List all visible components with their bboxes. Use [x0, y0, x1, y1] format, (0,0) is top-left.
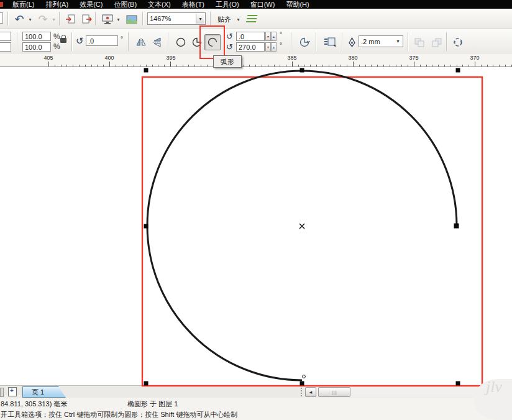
- percent-label: %: [53, 42, 60, 51]
- clipped-nav-button[interactable]: [0, 388, 4, 397]
- tool-hint-text: 开工具箱选项；按住 Ctrl 键拖动可限制为圆形；按住 Shift 键拖动可从中…: [1, 410, 237, 419]
- arc-end-angle-value: 270.0: [239, 43, 256, 51]
- arc-start-spin-up[interactable]: ▴: [271, 32, 277, 41]
- menu-item-7[interactable]: 工具(O): [211, 0, 244, 9]
- snap-to-label: 贴齐: [217, 15, 231, 24]
- clipped-toolbar-button[interactable]: [0, 12, 3, 24]
- undo-dropdown[interactable]: ▾: [26, 11, 34, 27]
- zoom-level-combobox[interactable]: 1467% ▾: [147, 12, 206, 25]
- arc-end-spin-up[interactable]: ▴: [271, 42, 277, 52]
- mirror-horizontal-button[interactable]: [133, 34, 149, 50]
- separator: [408, 32, 408, 51]
- arc-end-spin-down[interactable]: ▾: [265, 42, 271, 52]
- clipped-position-field[interactable]: [0, 32, 11, 41]
- import-button[interactable]: [63, 11, 79, 27]
- chevron-down-icon: ▾: [52, 17, 55, 22]
- thumb-grip-icon: |||: [331, 390, 337, 395]
- arc-end-icon: ↺: [226, 43, 233, 51]
- drawing-canvas[interactable]: [0, 67, 512, 385]
- standard-toolbar: ↶ ▾ ↷ ▾: [0, 9, 512, 29]
- ruler-number: 385: [287, 55, 296, 61]
- snap-to-button[interactable]: 贴齐: [214, 12, 235, 26]
- menu-item-6[interactable]: 表格(T): [177, 0, 209, 9]
- coreldraw-window: 版面(L)排列(A)效果(C)位图(B)文本(X)表格(T)工具(O)窗口(W)…: [0, 0, 512, 420]
- outline-width-button[interactable]: [345, 34, 358, 50]
- horizontal-ruler[interactable]: 405400395390385380375370: [0, 54, 512, 67]
- options-button[interactable]: [244, 12, 259, 27]
- degree-label: °: [280, 31, 282, 38]
- add-page-button[interactable]: [8, 387, 17, 396]
- separator: [71, 32, 72, 51]
- scale-v-value: 100.0: [25, 43, 42, 51]
- scrollbar-divider: [301, 388, 302, 396]
- welcome-screen-button[interactable]: [124, 11, 140, 27]
- horizontal-scrollbar-track[interactable]: |||: [317, 387, 480, 397]
- outline-width-combobox[interactable]: .2 mm ▾: [359, 35, 403, 47]
- scale-v-field[interactable]: 100.0: [22, 42, 51, 52]
- ruler-number: 380: [348, 55, 357, 61]
- scale-h-field[interactable]: 100.0: [22, 32, 51, 41]
- mirror-vertical-button[interactable]: [149, 34, 165, 50]
- separator: [342, 32, 342, 51]
- separator: [291, 32, 291, 51]
- lock-ratio-icon[interactable]: [60, 38, 66, 43]
- scroll-left-icon: ◂: [309, 389, 313, 395]
- rotation-angle-value: .0: [88, 37, 94, 45]
- redo-button[interactable]: ↷: [35, 11, 51, 27]
- wrap-text-button[interactable]: [321, 34, 339, 50]
- rotation-angle-field[interactable]: .0: [86, 35, 118, 46]
- overlap-squares-icon: [414, 38, 425, 47]
- snap-to-dropdown[interactable]: ▾: [234, 12, 242, 26]
- monitor-icon: [101, 14, 114, 25]
- separator: [168, 32, 168, 51]
- outline-width-value: .2 mm: [361, 38, 380, 45]
- arc-end-angle-field[interactable]: 270.0: [236, 42, 265, 52]
- separator: [95, 12, 96, 25]
- wrap-style-button-2[interactable]: [429, 34, 445, 50]
- ellipse-icon: [175, 37, 186, 48]
- menu-item-3[interactable]: 效果(C): [75, 0, 107, 9]
- ruler-number: 405: [43, 55, 53, 61]
- menu-item-1[interactable]: 版面(L): [7, 0, 39, 9]
- redo-icon: ↷: [38, 14, 47, 25]
- menu-item-2[interactable]: 排列(A): [40, 0, 73, 9]
- arc-start-spin-down[interactable]: ▾: [265, 32, 271, 41]
- application-launcher-button[interactable]: [99, 11, 116, 27]
- import-icon: [65, 14, 76, 25]
- menu-bar: 版面(L)排列(A)效果(C)位图(B)文本(X)表格(T)工具(O)窗口(W)…: [0, 0, 512, 9]
- menu-item-5[interactable]: 文本(X): [143, 0, 176, 9]
- chevron-down-icon[interactable]: ▾: [394, 37, 402, 46]
- export-button[interactable]: [78, 11, 94, 27]
- tooltip-label: 弧形: [221, 57, 234, 66]
- export-icon: [81, 14, 92, 25]
- menu-item-9[interactable]: 帮助(H): [281, 0, 314, 9]
- menu-item-8[interactable]: 窗口(W): [245, 0, 280, 9]
- property-bar: 100.0 100.0 % % ↺ .0 °: [0, 29, 512, 55]
- circular-arrows-icon: [452, 37, 464, 48]
- cursor-coordinates: 84.811, 305.313) 毫米: [1, 399, 67, 409]
- horizontal-scrollbar-thumb[interactable]: |||: [318, 387, 350, 397]
- picture-icon: [126, 15, 137, 24]
- mirror-vertical-icon: [153, 37, 162, 47]
- change-direction-button[interactable]: [296, 34, 313, 50]
- wrap-panel-icon: [324, 37, 336, 48]
- menu-item-4[interactable]: 位图(B): [109, 0, 142, 9]
- degree-label: °: [121, 35, 123, 42]
- selected-object-info: 椭圆形 于 图层 1: [127, 399, 178, 409]
- scale-h-value: 100.0: [25, 33, 42, 40]
- undo-button[interactable]: ↶: [11, 11, 27, 27]
- scroll-left-button[interactable]: ◂: [305, 387, 316, 397]
- wrap-style-button-1[interactable]: [411, 34, 427, 50]
- ellipse-button[interactable]: [173, 34, 189, 50]
- clipped-position-field[interactable]: [0, 42, 11, 52]
- redo-dropdown[interactable]: ▾: [50, 11, 58, 27]
- arc-start-icon: ↺: [226, 32, 233, 40]
- convert-to-curves-button[interactable]: [450, 34, 466, 50]
- arc-start-angle-field[interactable]: .0: [236, 32, 265, 41]
- page-bar: 页 1 ◂ |||: [0, 385, 512, 398]
- chevron-down-icon[interactable]: ▾: [196, 14, 204, 24]
- launcher-dropdown[interactable]: ▾: [114, 11, 122, 27]
- chevron-down-icon: ▾: [29, 17, 31, 22]
- clockwise-arc-icon: [299, 37, 310, 48]
- tab-page-1[interactable]: 页 1: [22, 386, 66, 398]
